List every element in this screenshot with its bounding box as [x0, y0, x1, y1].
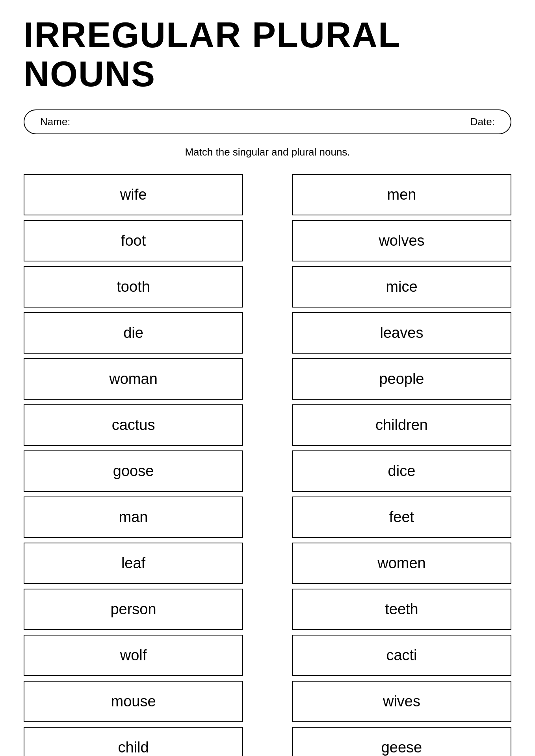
singular-word-box: cactus — [24, 404, 243, 446]
singular-word-box: man — [24, 497, 243, 538]
plural-word-box: leaves — [292, 312, 511, 354]
singular-word-box: foot — [24, 220, 243, 261]
singular-word-box: mouse — [24, 681, 243, 722]
name-label: Name: — [40, 116, 71, 128]
plural-word-box: dice — [292, 450, 511, 492]
plural-word-box: men — [292, 174, 511, 215]
name-date-bar: Name: Date: — [24, 109, 511, 134]
singular-word-box: woman — [24, 358, 243, 400]
plural-column: menwolvesmiceleavespeoplechildrendicefee… — [292, 174, 511, 756]
singular-word-box: wife — [24, 174, 243, 215]
singular-column: wifefoottoothdiewomancactusgoosemanleafp… — [24, 174, 243, 756]
plural-word-box: feet — [292, 497, 511, 538]
singular-word-box: child — [24, 727, 243, 756]
plural-word-box: wives — [292, 681, 511, 722]
page-title: IRREGULAR PLURAL NOUNS — [24, 16, 511, 94]
singular-word-box: tooth — [24, 266, 243, 308]
plural-word-box: teeth — [292, 589, 511, 630]
plural-word-box: children — [292, 404, 511, 446]
singular-word-box: wolf — [24, 635, 243, 676]
singular-word-box: person — [24, 589, 243, 630]
singular-word-box: leaf — [24, 543, 243, 584]
instructions-text: Match the singular and plural nouns. — [24, 146, 511, 158]
singular-word-box: die — [24, 312, 243, 354]
word-columns: wifefoottoothdiewomancactusgoosemanleafp… — [24, 174, 511, 756]
date-label: Date: — [470, 116, 495, 128]
plural-word-box: women — [292, 543, 511, 584]
plural-word-box: mice — [292, 266, 511, 308]
plural-word-box: people — [292, 358, 511, 400]
plural-word-box: geese — [292, 727, 511, 756]
plural-word-box: cacti — [292, 635, 511, 676]
singular-word-box: goose — [24, 450, 243, 492]
plural-word-box: wolves — [292, 220, 511, 261]
